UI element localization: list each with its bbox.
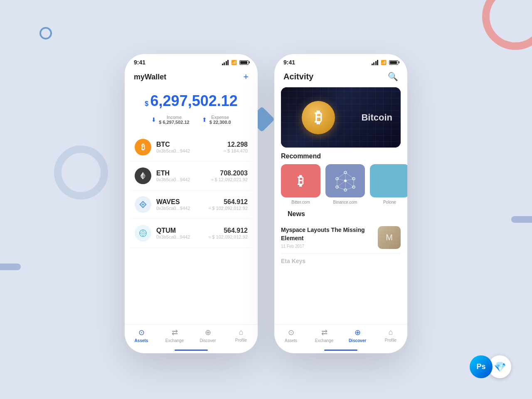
bitcoin-coin: ₿ — [302, 101, 335, 134]
qtum-info: QTUM 0x3b5ca0...9442 — [156, 227, 203, 239]
svg-point-11 — [143, 233, 144, 234]
bitcoin-label: Bitcoin — [361, 112, 392, 123]
nav-discover-wallet[interactable]: ⊕ Discover — [191, 328, 224, 343]
signal-bar-a2 — [373, 62, 374, 65]
search-button[interactable]: 🔍 — [388, 71, 398, 81]
polone-label: Polone — [370, 200, 407, 204]
coin-item-waves[interactable]: WAVES 0x3b5ca0...9442 564.912 ≈ $ 102,09… — [131, 190, 252, 219]
eth-amount: 708.2003 — [211, 170, 248, 177]
discover-icon-wallet: ⊕ — [205, 328, 211, 337]
qtum-address: 0x3b5ca0...9442 — [156, 234, 203, 239]
nav-discover-activity[interactable]: ⊕ Discover — [341, 328, 374, 343]
svg-line-31 — [345, 181, 354, 187]
coin-item-btc[interactable]: ₿ BTC 0x3b5ca0...9442 12.298 ≈ $ 184,470 — [131, 133, 252, 162]
exchange-label-activity: Exchange — [315, 338, 333, 343]
binance-img — [325, 164, 365, 197]
profile-label-activity: Profile — [385, 338, 397, 342]
bottom-nav-activity: ⊙ Assets ⇄ Exchange ⊕ Discover ⌂ Profile — [274, 324, 407, 348]
photoshop-badge: Ps — [470, 355, 493, 378]
nav-indicator-wallet — [175, 350, 208, 351]
status-icons-wallet: 📶 — [222, 60, 249, 65]
add-wallet-button[interactable]: + — [243, 71, 249, 82]
signal-bar-a4 — [377, 60, 378, 65]
exchange-icon-activity: ⇄ — [321, 328, 328, 337]
bg-decoration-bar-right — [511, 216, 532, 223]
signal-bar-a1 — [372, 64, 373, 65]
recommend-bitter[interactable]: ₿ Bitter.com — [281, 164, 320, 204]
waves-icon — [138, 200, 148, 209]
waves-info: WAVES 0x3b5ca0...9442 — [156, 198, 203, 211]
recommend-binance[interactable]: Binance.com — [325, 164, 365, 204]
myspace-news-text: Myspace Layouts The Missing Element 11 F… — [281, 226, 374, 249]
hero-bg: ₿ Bitcoin — [281, 87, 401, 148]
eth-address: 0x3b5ca0...9442 — [156, 177, 206, 182]
eth-values: 708.2003 ≈ $ 12,092,021.92 — [211, 170, 248, 182]
svg-line-25 — [345, 187, 354, 190]
news-title: News — [281, 210, 401, 222]
bg-decoration-circle — [39, 27, 52, 39]
status-bar-activity: 9:41 📶 — [274, 54, 407, 68]
expense-stat: ⬆ Expense $ 22,300.0 — [202, 115, 231, 125]
phone-wallet: 9:41 📶 myWallet + — [125, 54, 258, 353]
waves-name: WAVES — [156, 198, 203, 206]
svg-line-30 — [345, 179, 354, 181]
svg-line-28 — [337, 172, 345, 179]
waves-usd: ≈ $ 102,092,012.92 — [208, 206, 248, 211]
waves-values: 564.912 ≈ $ 102,092,012.92 — [208, 198, 248, 211]
coin-item-eth[interactable]: ETH 0x3b5ca0...9442 708.2003 ≈ $ 12,092,… — [131, 162, 252, 190]
battery-icon-activity — [389, 60, 398, 65]
nav-assets-wallet[interactable]: ⊙ Assets — [125, 328, 158, 343]
nav-profile-wallet[interactable]: ⌂ Profile — [224, 328, 258, 343]
nav-profile-activity[interactable]: ⌂ Profile — [374, 328, 407, 343]
bg-decoration-circle-large — [54, 145, 108, 200]
discover-label-wallet: Discover — [200, 338, 216, 343]
nav-indicator-activity — [324, 350, 357, 351]
assets-icon-activity: ⊙ — [288, 328, 294, 337]
signal-bars-activity — [372, 60, 379, 65]
battery-icon-wallet — [239, 60, 249, 65]
qtum-logo — [135, 225, 151, 241]
eth-info: ETH 0x3b5ca0...9442 — [156, 170, 206, 182]
activity-content: Acitvity 🔍 ₿ Bitcoin Recommend ₿ Bitter.… — [274, 68, 407, 324]
status-time-activity: 9:41 — [283, 59, 295, 66]
myspace-date: 11 Feb 2017 — [281, 244, 374, 249]
svg-line-33 — [337, 181, 345, 187]
bitter-label: Bitter.com — [281, 200, 320, 204]
nav-exchange-wallet[interactable]: ⇄ Exchange — [158, 328, 191, 343]
battery-fill-wallet — [240, 61, 247, 64]
balance-section: $ 6,297,502.12 ⬇ Income $ 6,297,502.12 ⬆ — [125, 88, 258, 133]
recommend-polone[interactable]: Polone — [370, 164, 407, 204]
coins-list: ₿ BTC 0x3b5ca0...9442 12.298 ≈ $ 184,470 — [125, 133, 258, 324]
bitter-img: ₿ — [281, 164, 320, 197]
qtum-name: QTUM — [156, 227, 203, 234]
income-icon: ⬇ — [151, 116, 156, 123]
news-item-eta: Eta Keys — [281, 254, 401, 268]
activity-header: Acitvity 🔍 — [274, 68, 407, 87]
bottom-nav-wallet: ⊙ Assets ⇄ Exchange ⊕ Discover ⌂ Profile — [125, 324, 258, 348]
income-value: $ 6,297,502.12 — [159, 120, 189, 125]
myspace-thumb: M — [378, 226, 401, 249]
signal-bar-4 — [227, 60, 229, 65]
news-item-myspace[interactable]: Myspace Layouts The Missing Element 11 F… — [281, 222, 401, 254]
signal-bar-a3 — [375, 61, 377, 65]
nav-exchange-activity[interactable]: ⇄ Exchange — [308, 328, 341, 343]
status-bar-wallet: 9:41 📶 — [125, 54, 258, 68]
hero-image: ₿ Bitcoin — [281, 87, 401, 148]
btc-name: BTC — [156, 141, 219, 148]
expense-label: Expense — [209, 115, 231, 120]
svg-line-26 — [337, 187, 345, 190]
eta-headline: Eta Keys — [281, 258, 401, 264]
income-stat: ⬇ Income $ 6,297,502.12 — [151, 115, 189, 125]
waves-amount: 564.912 — [208, 198, 248, 206]
btc-amount: 12.298 — [224, 141, 248, 148]
qtum-amount: 564.912 — [208, 227, 248, 234]
eth-name: ETH — [156, 170, 206, 177]
news-section: News Myspace Layouts The Missing Element… — [274, 210, 407, 268]
expense-icon: ⬆ — [202, 116, 207, 123]
nav-assets-activity[interactable]: ⊙ Assets — [274, 328, 308, 343]
wallet-title: myWallet — [134, 73, 166, 81]
coin-item-qtum[interactable]: QTUM 0x3b5ca0...9442 564.912 ≈ $ 102,092… — [131, 219, 252, 248]
activity-title: Acitvity — [283, 72, 313, 81]
balance-stats: ⬇ Income $ 6,297,502.12 ⬆ Expense $ 22,3… — [134, 115, 249, 125]
profile-label-wallet: Profile — [235, 338, 247, 342]
